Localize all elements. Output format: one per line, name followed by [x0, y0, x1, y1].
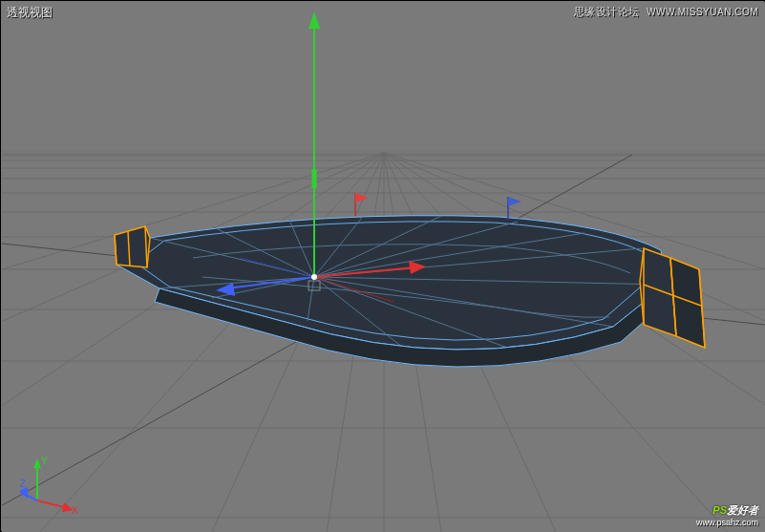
brand-prefix: PS: [712, 504, 727, 516]
nav-axis-gizmo[interactable]: Y X Z: [20, 451, 87, 518]
axis-z-label: Z: [20, 479, 26, 489]
watermark-top-right-text: 思缘设计论坛: [574, 6, 640, 17]
axis-y-label: Y: [41, 456, 48, 466]
brand-url: www.psahz.com: [696, 518, 758, 527]
axis-x-label: X: [72, 505, 78, 516]
watermark-bottom-right: PS爱好者 www.psahz.com: [696, 503, 758, 527]
viewport-canvas[interactable]: [2, 2, 765, 532]
watermark-top-right-url: WWW.MISSYUAN.COM: [647, 7, 758, 17]
brand-suffix: 爱好者: [727, 504, 758, 516]
watermark-top-right: 思缘设计论坛 WWW.MISSYUAN.COM: [574, 5, 758, 19]
svg-marker-65: [33, 458, 41, 468]
viewport-label: 透视视图: [7, 5, 53, 21]
viewport-frame: 透视视图 思缘设计论坛 WWW.MISSYUAN.COM PS爱好者 www.p…: [0, 0, 765, 532]
svg-point-62: [311, 274, 317, 280]
